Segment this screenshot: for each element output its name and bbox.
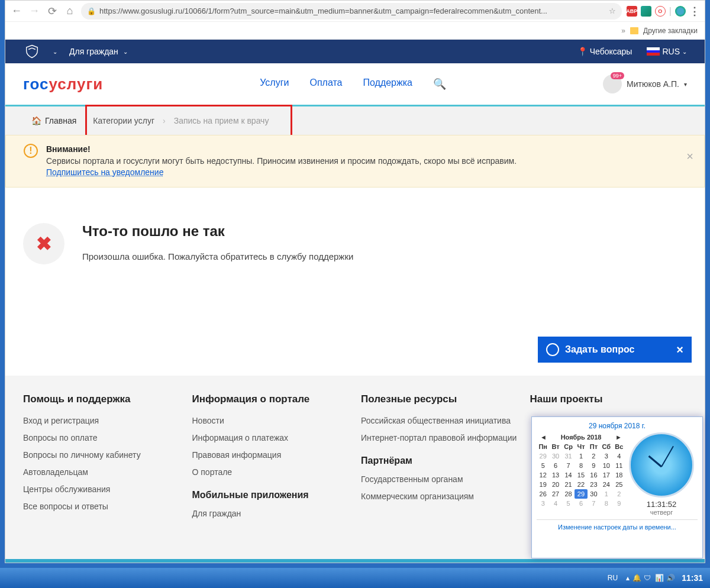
forward-button[interactable]: → — [28, 5, 41, 17]
clock-time: 11:31:52 — [629, 500, 694, 509]
footer-link[interactable]: Информация о платежах — [192, 433, 350, 442]
main-nav: Услуги Оплата Поддержка 🔍 — [260, 77, 446, 91]
datetime-settings-link[interactable]: Изменение настроек даты и времени... — [537, 519, 698, 531]
tray-chevron-icon[interactable]: ▴ — [626, 574, 630, 582]
alert-link[interactable]: Подпишитесь на уведомление — [46, 167, 163, 177]
footer-link[interactable]: Коммерческим организациям — [361, 492, 518, 501]
footer-link[interactable]: Для граждан — [192, 509, 350, 518]
next-month-icon[interactable]: ► — [615, 434, 622, 441]
footer-link[interactable]: Государственным органам — [361, 474, 518, 484]
lock-icon: 🔒 — [87, 7, 96, 15]
footer-link[interactable]: Центры обслуживания — [23, 484, 180, 494]
prev-month-icon[interactable]: ◄ — [540, 434, 547, 441]
nav-support[interactable]: Поддержка — [363, 77, 412, 91]
divider: | — [669, 6, 672, 17]
chevron-down-icon[interactable]: ⌄ — [53, 49, 57, 55]
error-title: Что-то пошло не так — [82, 223, 353, 240]
back-button[interactable]: ← — [10, 5, 23, 17]
close-icon[interactable]: × — [686, 150, 693, 163]
nav-payment[interactable]: Оплата — [309, 77, 342, 91]
pin-icon: 📍 — [577, 47, 588, 56]
chevron-icon[interactable]: » — [621, 27, 625, 35]
tray-icon[interactable]: 📊 — [655, 574, 663, 582]
footer-link[interactable]: О портале — [192, 467, 350, 477]
footer-col-3: Полезные ресурсы Российская общественная… — [361, 393, 518, 553]
home-button[interactable]: ⌂ — [63, 5, 76, 17]
face-icon — [546, 343, 559, 356]
calendar-grid: ◄ Ноябрь 2018 ► ПнВтСрЧтПтСбВс 293031123… — [537, 432, 625, 516]
nav-services[interactable]: Услуги — [260, 77, 289, 91]
footer-link[interactable]: Интернет-портал правовой информации — [361, 433, 518, 442]
site-topbar: ⌄ Для граждан ⌄ 📍 Чебоксары RUS ⌄ — [5, 40, 705, 63]
opera-icon[interactable]: O — [655, 6, 666, 17]
chevron-down-icon: ▾ — [684, 81, 687, 88]
menu-icon[interactable]: ⋮ — [689, 5, 700, 18]
footer-link[interactable]: Российская общественная инициатива — [361, 416, 518, 425]
notif-badge: 99+ — [611, 72, 624, 79]
footer-col-1: Помощь и поддержка Вход и регистрация Во… — [23, 393, 180, 553]
calendar-days: ПнВтСрЧтПтСбВс 2930311234 567891011 1213… — [537, 442, 625, 508]
star-icon[interactable]: ☆ — [609, 7, 616, 15]
chevron-down-icon: ⌄ — [682, 49, 687, 55]
footer-link[interactable]: Вопросы по оплате — [23, 433, 180, 442]
abp-icon[interactable]: ABP — [627, 6, 637, 17]
search-icon[interactable]: 🔍 — [433, 77, 446, 91]
error-icon: ✖ — [23, 223, 64, 264]
address-bar[interactable]: 🔒 https://www.gosuslugi.ru/10066/1/form?… — [81, 3, 622, 20]
taskbar-lang[interactable]: RU — [608, 574, 618, 582]
selected-day[interactable]: 29 — [575, 489, 587, 499]
footer-link[interactable]: Автовладельцам — [23, 467, 180, 477]
error-text: Произошла ошибка. Пожалуйста обратитесь … — [82, 251, 353, 261]
footer-link[interactable]: Вход и регистрация — [23, 416, 180, 425]
alert-title: Внимание! — [46, 144, 91, 154]
warning-icon: ! — [24, 144, 38, 158]
url-text: https://www.gosuslugi.ru/10066/1/form?ut… — [99, 7, 605, 15]
footer-link[interactable]: Новости — [192, 416, 350, 425]
flag-icon — [647, 47, 660, 56]
footer-link[interactable]: Все вопросы и ответы — [23, 502, 180, 511]
tray-icon[interactable]: 🛡 — [644, 574, 652, 582]
alert-text: Сервисы портала и госуслуги могут быть н… — [46, 156, 517, 166]
site-header: госуслуги Услуги Оплата Поддержка 🔍 99+ … — [5, 63, 705, 105]
reload-button[interactable]: ⟳ — [46, 5, 59, 18]
close-icon[interactable]: × — [676, 343, 683, 357]
user-name: Митюков А.П. — [627, 79, 679, 89]
taskbar-time[interactable]: 11:31 — [678, 573, 706, 583]
chevron-down-icon: ⌄ — [123, 49, 128, 55]
footer-link[interactable]: Вопросы по личному кабинету — [23, 450, 180, 460]
browser-toolbar: ← → ⟳ ⌂ 🔒 https://www.gosuslugi.ru/10066… — [5, 1, 705, 22]
bookmarks-label[interactable]: Другие закладки — [643, 27, 698, 35]
clock-icon — [629, 432, 694, 497]
calendar-month[interactable]: Ноябрь 2018 — [561, 434, 602, 441]
footer-col-2: Информация о портале Новости Информация … — [192, 393, 350, 553]
language-selector[interactable]: RUS ⌄ — [647, 47, 687, 56]
ask-question-button[interactable]: Задать вопрос × — [538, 337, 692, 363]
breadcrumb-home[interactable]: 🏠 Главная — [23, 106, 85, 135]
divider — [5, 559, 705, 563]
audience-selector[interactable]: Для граждан ⌄ — [69, 47, 128, 56]
emblem-icon[interactable] — [23, 43, 41, 60]
alert-banner: ! Внимание! Сервисы портала и госуслуги … — [5, 135, 705, 188]
error-block: ✖ Что-то пошло не так Произошла ошибка. … — [5, 188, 705, 288]
clock-day: четверг — [629, 509, 694, 516]
system-tray[interactable]: ▴ 🔔 🛡 📊 🔊 — [626, 574, 674, 582]
ext-icon-2[interactable] — [641, 6, 651, 17]
breadcrumb-current: Запись на прием к врачу — [166, 106, 277, 135]
user-menu[interactable]: 99+ Митюков А.П. ▾ — [603, 75, 687, 93]
avatar: 99+ — [603, 75, 622, 93]
location-selector[interactable]: 📍 Чебоксары — [577, 47, 632, 56]
tray-icon[interactable]: 🔔 — [632, 574, 641, 582]
globe-icon[interactable] — [675, 6, 686, 17]
home-icon: 🏠 — [31, 116, 41, 125]
calendar-date: 29 ноября 2018 г. — [537, 422, 698, 430]
folder-icon — [630, 27, 638, 34]
calendar-popup[interactable]: 29 ноября 2018 г. ◄ Ноябрь 2018 ► ПнВтСр… — [531, 416, 703, 558]
logo[interactable]: госуслуги — [23, 75, 103, 93]
footer-link[interactable]: Правовая информация — [192, 450, 350, 460]
bookmark-bar: » Другие закладки — [5, 22, 705, 40]
taskbar: RU ▴ 🔔 🛡 📊 🔊 11:31 — [0, 568, 710, 588]
breadcrumb: 🏠 Главная Категории услуг › Запись на пр… — [5, 106, 705, 135]
breadcrumb-categories[interactable]: Категории услуг — [85, 106, 163, 135]
volume-icon[interactable]: 🔊 — [666, 574, 674, 582]
extensions: ABP O | ⋮ — [627, 5, 700, 18]
